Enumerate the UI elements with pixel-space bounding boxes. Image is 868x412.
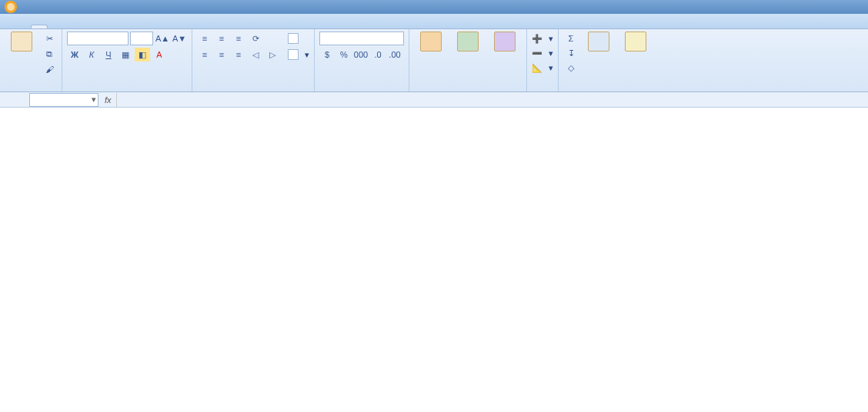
font-size-combo[interactable] [130, 32, 153, 45]
tab-layout[interactable] [66, 25, 82, 28]
group-editing: Σ ↧ ◇ [559, 29, 657, 91]
inc-decimal-button[interactable]: .0 [370, 48, 386, 61]
bold-button[interactable]: Ж [67, 48, 82, 61]
formula-bar-row: ▾ fx [0, 92, 868, 108]
orientation-button[interactable]: ⟳ [248, 32, 263, 45]
insert-cells-button[interactable]: ➕ ▾ [532, 32, 553, 45]
grow-font-button[interactable]: A▲ [155, 32, 170, 45]
align-right-button[interactable]: ≡ [231, 48, 246, 61]
table-icon [457, 32, 479, 52]
cell-styles-icon [494, 32, 516, 52]
format-as-table-button[interactable] [451, 32, 485, 53]
clear-button[interactable]: ◇ [563, 61, 579, 75]
paste-button[interactable] [5, 32, 38, 53]
border-button[interactable]: ▦ [118, 48, 133, 61]
group-alignment: ≡ ≡ ≡ ⟳ ≡ ≡ ≡ ◁ ▷ ▾ [192, 29, 315, 91]
tab-insert[interactable] [49, 25, 65, 28]
quick-access-toolbar [0, 0, 68, 14]
align-center-button[interactable]: ≡ [214, 48, 229, 61]
cell-styles-button[interactable] [488, 32, 522, 53]
find-icon [625, 32, 646, 52]
formula-bar[interactable] [116, 93, 868, 107]
group-number: $ % 000 .0 .00 [315, 29, 409, 91]
merge-center-button[interactable]: ▾ [288, 48, 309, 61]
font-name-combo[interactable] [67, 32, 129, 45]
font-color-button[interactable]: A [152, 48, 167, 61]
shrink-font-button[interactable]: A▼ [172, 32, 187, 45]
office-button[interactable] [3, 0, 22, 14]
italic-button[interactable]: К [84, 48, 99, 61]
format-painter-button[interactable]: 🖌 [42, 62, 57, 76]
number-format-combo[interactable] [319, 32, 404, 45]
fx-button[interactable]: fx [105, 95, 112, 105]
autosum-button[interactable]: Σ [563, 32, 579, 45]
align-left-button[interactable]: ≡ [197, 48, 212, 61]
copy-button[interactable]: ⧉ [42, 47, 57, 61]
dec-indent-button[interactable]: ◁ [248, 48, 263, 61]
tab-home[interactable] [31, 25, 48, 28]
name-box[interactable]: ▾ [29, 93, 98, 107]
group-styles [409, 29, 527, 91]
tab-developer[interactable] [151, 25, 166, 28]
wrap-icon [288, 33, 299, 44]
dec-decimal-button[interactable]: .00 [387, 48, 402, 61]
sort-icon [588, 32, 609, 52]
align-middle-button[interactable]: ≡ [214, 32, 229, 45]
sort-filter-button[interactable] [582, 32, 616, 53]
comma-button[interactable]: 000 [353, 48, 369, 61]
tab-data[interactable] [100, 25, 115, 28]
group-cells-label [532, 90, 553, 91]
undo-icon[interactable] [42, 2, 52, 12]
merge-icon [288, 49, 299, 60]
group-clipboard: ✂ ⧉ 🖌 [0, 29, 62, 91]
ribbon: ✂ ⧉ 🖌 A▲ A▼ Ж К Ч ▦ ◧ A [0, 29, 868, 92]
percent-button[interactable]: % [336, 48, 352, 61]
conditional-formatting-button[interactable] [414, 32, 448, 53]
group-alignment-label [197, 90, 309, 91]
underline-button[interactable]: Ч [101, 48, 116, 61]
format-cells-button[interactable]: 📐 ▾ [532, 61, 553, 75]
save-icon[interactable] [26, 2, 37, 12]
find-select-button[interactable] [619, 32, 653, 53]
titlebar [0, 0, 868, 14]
group-editing-label [563, 90, 653, 91]
chevron-down-icon: ▾ [92, 95, 98, 105]
cond-format-icon [420, 32, 442, 52]
currency-button[interactable]: $ [319, 48, 335, 61]
ribbon-tabs [0, 14, 868, 29]
tab-review[interactable] [117, 25, 132, 28]
align-top-button[interactable]: ≡ [197, 32, 212, 45]
tab-foxit[interactable] [168, 25, 183, 28]
paste-icon [11, 32, 32, 52]
align-bottom-button[interactable]: ≡ [231, 32, 246, 45]
redo-icon[interactable] [57, 2, 68, 12]
cut-button[interactable]: ✂ [42, 32, 57, 45]
svg-point-1 [7, 3, 15, 11]
fill-button[interactable]: ↧ [563, 46, 579, 60]
group-font-label [67, 90, 187, 91]
wrap-text-button[interactable] [288, 32, 309, 45]
group-font: A▲ A▼ Ж К Ч ▦ ◧ A [62, 29, 192, 91]
inc-indent-button[interactable]: ▷ [265, 48, 280, 61]
group-styles-label [414, 90, 522, 91]
delete-cells-button[interactable]: ➖ ▾ [532, 46, 553, 60]
tab-view[interactable] [134, 25, 149, 28]
group-clipboard-label [5, 90, 57, 91]
group-cells: ➕ ▾ ➖ ▾ 📐 ▾ [527, 29, 559, 91]
group-number-label [319, 90, 404, 91]
fill-color-button[interactable]: ◧ [135, 48, 150, 61]
tab-formulas[interactable] [83, 25, 98, 28]
